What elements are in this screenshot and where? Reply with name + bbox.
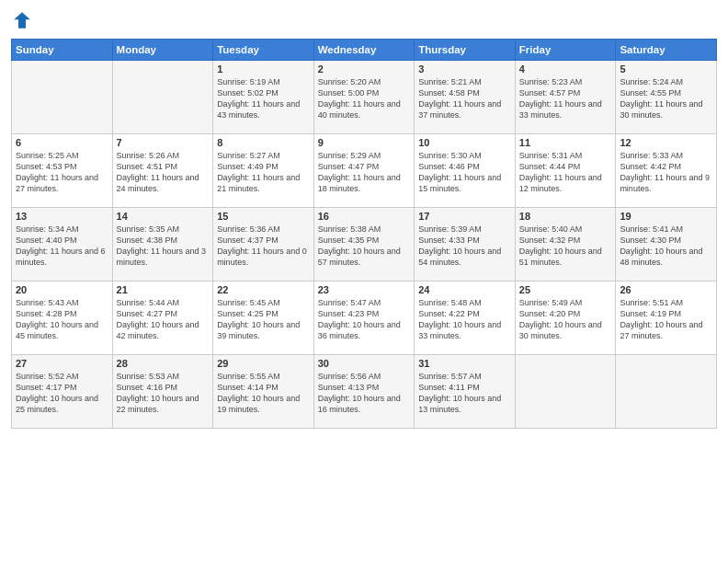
cell-info: Sunrise: 5:51 AMSunset: 4:19 PMDaylight:…	[620, 297, 712, 342]
cell-info: Sunrise: 5:41 AMSunset: 4:30 PMDaylight:…	[620, 224, 712, 269]
calendar-week-row: 1Sunrise: 5:19 AMSunset: 5:02 PMDaylight…	[12, 61, 717, 134]
calendar-cell: 20Sunrise: 5:43 AMSunset: 4:28 PMDayligh…	[12, 282, 113, 355]
calendar-cell: 21Sunrise: 5:44 AMSunset: 4:27 PMDayligh…	[112, 282, 213, 355]
day-number: 6	[16, 137, 108, 148]
calendar-cell: 28Sunrise: 5:53 AMSunset: 4:16 PMDayligh…	[112, 355, 213, 429]
weekday-header: Monday	[112, 40, 213, 61]
weekday-header: Saturday	[616, 40, 717, 61]
day-number: 28	[117, 358, 210, 369]
day-number: 15	[217, 211, 310, 222]
cell-info: Sunrise: 5:49 AMSunset: 4:20 PMDaylight:…	[519, 297, 612, 342]
day-number: 14	[117, 211, 210, 222]
cell-info: Sunrise: 5:47 AMSunset: 4:23 PMDaylight:…	[318, 297, 411, 342]
day-number: 20	[16, 284, 108, 295]
calendar-week-row: 13Sunrise: 5:34 AMSunset: 4:40 PMDayligh…	[12, 208, 717, 282]
calendar-cell: 24Sunrise: 5:48 AMSunset: 4:22 PMDayligh…	[415, 282, 516, 355]
calendar-cell: 8Sunrise: 5:27 AMSunset: 4:49 PMDaylight…	[213, 134, 314, 208]
calendar-cell: 6Sunrise: 5:25 AMSunset: 4:53 PMDaylight…	[12, 134, 113, 208]
calendar-cell: 7Sunrise: 5:26 AMSunset: 4:51 PMDaylight…	[112, 134, 213, 208]
cell-info: Sunrise: 5:35 AMSunset: 4:38 PMDaylight:…	[117, 224, 210, 269]
cell-info: Sunrise: 5:33 AMSunset: 4:42 PMDaylight:…	[620, 150, 712, 195]
cell-info: Sunrise: 5:20 AMSunset: 5:00 PMDaylight:…	[318, 76, 411, 121]
day-number: 17	[418, 211, 511, 222]
weekday-header: Friday	[515, 40, 616, 61]
day-number: 26	[620, 284, 712, 295]
cell-info: Sunrise: 5:25 AMSunset: 4:53 PMDaylight:…	[16, 150, 108, 195]
calendar-cell: 14Sunrise: 5:35 AMSunset: 4:38 PMDayligh…	[112, 208, 213, 282]
day-number: 2	[318, 63, 411, 75]
day-number: 19	[620, 211, 712, 222]
calendar-cell: 2Sunrise: 5:20 AMSunset: 5:00 PMDaylight…	[313, 61, 415, 134]
cell-info: Sunrise: 5:30 AMSunset: 4:46 PMDaylight:…	[418, 150, 511, 195]
svg-marker-0	[14, 12, 30, 29]
cell-info: Sunrise: 5:53 AMSunset: 4:16 PMDaylight:…	[117, 371, 210, 416]
calendar-cell	[616, 355, 717, 429]
calendar-cell: 30Sunrise: 5:56 AMSunset: 4:13 PMDayligh…	[313, 355, 415, 429]
cell-info: Sunrise: 5:24 AMSunset: 4:55 PMDaylight:…	[620, 76, 712, 121]
weekday-header-row: SundayMondayTuesdayWednesdayThursdayFrid…	[12, 40, 717, 61]
day-number: 9	[318, 137, 411, 148]
day-number: 7	[117, 137, 210, 148]
calendar-cell: 19Sunrise: 5:41 AMSunset: 4:30 PMDayligh…	[616, 208, 717, 282]
calendar-cell: 17Sunrise: 5:39 AMSunset: 4:33 PMDayligh…	[415, 208, 516, 282]
weekday-header: Wednesday	[313, 40, 415, 61]
cell-info: Sunrise: 5:36 AMSunset: 4:37 PMDaylight:…	[217, 224, 310, 269]
calendar-cell: 18Sunrise: 5:40 AMSunset: 4:32 PMDayligh…	[515, 208, 616, 282]
day-number: 23	[318, 284, 411, 295]
day-number: 1	[217, 63, 310, 75]
day-number: 18	[519, 211, 612, 222]
weekday-header: Tuesday	[213, 40, 314, 61]
day-number: 21	[117, 284, 210, 295]
cell-info: Sunrise: 5:31 AMSunset: 4:44 PMDaylight:…	[519, 150, 612, 195]
calendar-cell: 15Sunrise: 5:36 AMSunset: 4:37 PMDayligh…	[213, 208, 314, 282]
calendar-cell	[12, 61, 113, 134]
day-number: 25	[519, 284, 612, 295]
cell-info: Sunrise: 5:29 AMSunset: 4:47 PMDaylight:…	[318, 150, 411, 195]
cell-info: Sunrise: 5:19 AMSunset: 5:02 PMDaylight:…	[217, 76, 310, 121]
day-number: 29	[217, 358, 310, 369]
cell-info: Sunrise: 5:55 AMSunset: 4:14 PMDaylight:…	[217, 371, 310, 416]
cell-info: Sunrise: 5:45 AMSunset: 4:25 PMDaylight:…	[217, 297, 310, 342]
cell-info: Sunrise: 5:39 AMSunset: 4:33 PMDaylight:…	[418, 224, 511, 269]
cell-info: Sunrise: 5:48 AMSunset: 4:22 PMDaylight:…	[418, 297, 511, 342]
logo	[11, 9, 37, 31]
calendar-week-row: 6Sunrise: 5:25 AMSunset: 4:53 PMDaylight…	[12, 134, 717, 208]
cell-info: Sunrise: 5:23 AMSunset: 4:57 PMDaylight:…	[519, 76, 612, 121]
day-number: 30	[318, 358, 411, 369]
day-number: 4	[519, 63, 612, 75]
day-number: 22	[217, 284, 310, 295]
calendar-cell: 12Sunrise: 5:33 AMSunset: 4:42 PMDayligh…	[616, 134, 717, 208]
calendar-cell: 26Sunrise: 5:51 AMSunset: 4:19 PMDayligh…	[616, 282, 717, 355]
cell-info: Sunrise: 5:21 AMSunset: 4:58 PMDaylight:…	[418, 76, 511, 121]
cell-info: Sunrise: 5:56 AMSunset: 4:13 PMDaylight:…	[318, 371, 411, 416]
calendar-cell: 1Sunrise: 5:19 AMSunset: 5:02 PMDaylight…	[213, 61, 314, 134]
weekday-header: Thursday	[415, 40, 516, 61]
day-number: 12	[620, 137, 712, 148]
cell-info: Sunrise: 5:26 AMSunset: 4:51 PMDaylight:…	[117, 150, 210, 195]
day-number: 27	[16, 358, 108, 369]
calendar-cell: 4Sunrise: 5:23 AMSunset: 4:57 PMDaylight…	[515, 61, 616, 134]
calendar-cell: 22Sunrise: 5:45 AMSunset: 4:25 PMDayligh…	[213, 282, 314, 355]
calendar-cell: 25Sunrise: 5:49 AMSunset: 4:20 PMDayligh…	[515, 282, 616, 355]
day-number: 24	[418, 284, 511, 295]
calendar-week-row: 27Sunrise: 5:52 AMSunset: 4:17 PMDayligh…	[12, 355, 717, 429]
day-number: 3	[418, 63, 511, 75]
day-number: 11	[519, 137, 612, 148]
calendar-cell	[515, 355, 616, 429]
cell-info: Sunrise: 5:27 AMSunset: 4:49 PMDaylight:…	[217, 150, 310, 195]
calendar-cell: 31Sunrise: 5:57 AMSunset: 4:11 PMDayligh…	[415, 355, 516, 429]
cell-info: Sunrise: 5:34 AMSunset: 4:40 PMDaylight:…	[16, 224, 108, 269]
weekday-header: Sunday	[12, 40, 113, 61]
day-number: 10	[418, 137, 511, 148]
calendar-week-row: 20Sunrise: 5:43 AMSunset: 4:28 PMDayligh…	[12, 282, 717, 355]
day-number: 8	[217, 137, 310, 148]
calendar-cell: 10Sunrise: 5:30 AMSunset: 4:46 PMDayligh…	[415, 134, 516, 208]
logo-icon	[11, 9, 33, 31]
calendar-cell: 27Sunrise: 5:52 AMSunset: 4:17 PMDayligh…	[12, 355, 113, 429]
cell-info: Sunrise: 5:38 AMSunset: 4:35 PMDaylight:…	[318, 224, 411, 269]
calendar-cell: 5Sunrise: 5:24 AMSunset: 4:55 PMDaylight…	[616, 61, 717, 134]
cell-info: Sunrise: 5:40 AMSunset: 4:32 PMDaylight:…	[519, 224, 612, 269]
cell-info: Sunrise: 5:44 AMSunset: 4:27 PMDaylight:…	[117, 297, 210, 342]
cell-info: Sunrise: 5:57 AMSunset: 4:11 PMDaylight:…	[418, 371, 511, 416]
calendar-cell: 3Sunrise: 5:21 AMSunset: 4:58 PMDaylight…	[415, 61, 516, 134]
